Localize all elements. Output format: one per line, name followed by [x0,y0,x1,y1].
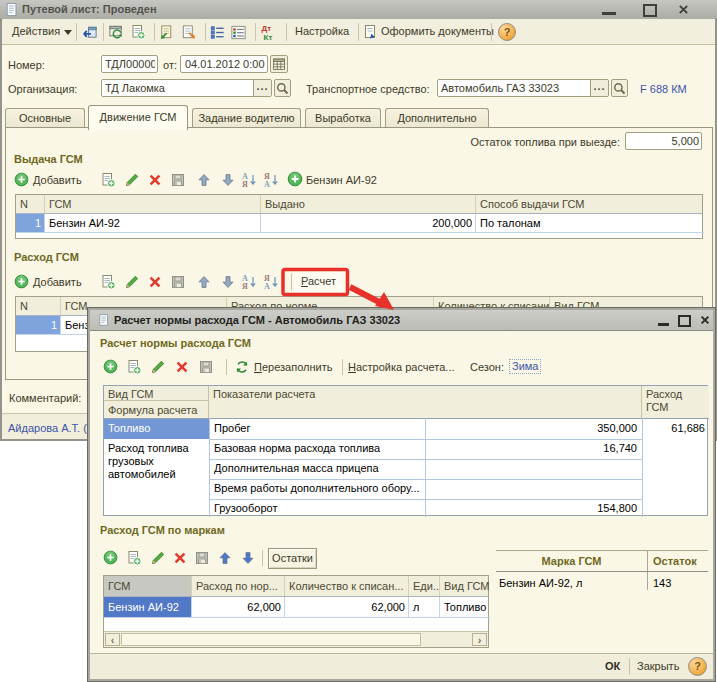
calendar-button[interactable] [270,55,288,73]
column-header[interactable]: Вид ГСМ [104,386,209,401]
indicator-label[interactable]: Время работы дополнительного обору... [210,479,425,499]
indicator-label[interactable]: Базовая норма расхода топлива [210,439,425,459]
total-cell[interactable]: 61,686 [643,419,709,439]
edit-icon[interactable] [124,274,140,290]
indicator-value[interactable]: 16,740 [425,439,641,459]
list-settings-icon[interactable] [230,24,247,41]
minimize-button[interactable] [658,320,669,326]
ok-button[interactable]: ОК [605,660,620,672]
move-up-icon[interactable] [196,274,212,290]
add-fuel-button[interactable]: Бензин АИ-92 [306,174,377,186]
column-header[interactable]: ГСМ [45,195,261,213]
column-header[interactable]: Количество к списан... [285,576,409,596]
add-icon[interactable] [103,359,118,374]
save-icon[interactable] [198,359,214,375]
add-icon[interactable] [14,274,29,289]
list-icon[interactable] [209,24,226,41]
column-header[interactable]: Расход по нор... [192,576,285,596]
delete-icon[interactable] [172,550,188,566]
save-icon[interactable] [170,274,186,290]
vehicle-info-link[interactable]: F 688 КМ [640,83,687,95]
delete-icon[interactable] [174,359,190,375]
document-moves-icon[interactable] [180,24,197,41]
move-down-icon[interactable] [240,550,256,566]
copy-icon[interactable] [100,172,116,188]
indicator-value[interactable]: 350,000 [425,419,641,439]
help-icon[interactable]: ? [498,23,516,41]
column-header[interactable]: Выдано [261,195,476,213]
based-on-icon[interactable] [158,24,175,41]
table-row[interactable]: 1 Бензин АИ-92 200,000 По талонам [16,214,702,233]
help-icon[interactable]: ? [688,657,707,676]
fuel-balance-input[interactable]: 5,000 [625,132,702,150]
calc-settings-button[interactable]: Настройка расчета... [348,361,455,373]
refill-button[interactable]: Перезаполнить [254,361,332,373]
column-header[interactable]: Способ выдачи ГСМ [476,195,704,213]
add-icon[interactable] [14,172,29,187]
actions-menu[interactable]: Действия [12,25,60,37]
copy-icon[interactable] [126,550,142,566]
page-add-icon[interactable] [130,24,146,40]
date-input[interactable]: 04.01.2012 0:00 [180,55,268,73]
responsible-link[interactable]: Айдарова А.Т. ( [8,422,87,434]
vehicle-open-button[interactable] [611,79,628,97]
move-up-icon[interactable] [217,550,233,566]
calc-table[interactable]: Вид ГСМ Формула расчета Показатели расче… [103,385,708,516]
maximize-button[interactable] [678,315,691,327]
column-header[interactable]: Расход ГСМ [642,386,709,418]
horizontal-scrollbar[interactable]: ‹ › [104,631,488,647]
column-header[interactable]: Показатели расчета [209,386,642,418]
refresh-icon[interactable] [234,359,250,375]
dtkt-icon[interactable] [260,23,278,41]
edit-icon[interactable] [150,359,166,375]
season-value-link[interactable]: Зима [509,359,541,374]
sort-asc-icon[interactable] [241,171,257,188]
edit-icon[interactable] [124,172,140,188]
move-up-icon[interactable] [196,172,212,188]
table-row[interactable]: Бензин АИ-92 62,000 62,000 л Топливо [104,597,488,618]
make-documents-button[interactable]: Оформить документы [381,25,494,37]
close-icon[interactable] [699,314,711,326]
sort-desc-icon[interactable] [263,273,279,290]
number-input[interactable]: ТДЛ000001 [101,55,158,73]
minimize-button[interactable] [602,9,616,15]
column-header[interactable]: Формула расчета [104,401,209,418]
add-button[interactable]: Добавить [33,174,82,186]
move-down-icon[interactable] [220,172,236,188]
window-refresh-icon[interactable] [108,24,125,41]
column-header[interactable]: Еди... [409,576,440,596]
indicator-value[interactable] [425,459,641,479]
scrollbar-thumb[interactable] [121,633,421,646]
column-header[interactable]: N [16,195,45,213]
close-icon[interactable] [677,3,690,16]
sort-desc-icon[interactable] [263,171,279,188]
organization-input[interactable]: ТД Лакомка ... [101,79,272,97]
edit-icon[interactable] [150,550,166,566]
column-header[interactable]: ГСМ [104,576,192,596]
organization-select-button[interactable]: ... [253,80,271,96]
indicator-value[interactable]: 154,800 [425,499,641,517]
vehicle-select-button[interactable]: ... [590,80,608,96]
indicator-label[interactable]: Пробег [210,419,425,439]
formula-cell[interactable]: Расход топлива грузовых автомобилей [104,439,209,517]
issue-table[interactable]: N ГСМ Выдано Способ выдачи ГСМ 1 Бензин … [15,194,703,239]
add-icon[interactable] [287,171,303,187]
organization-open-button[interactable] [274,79,291,97]
column-header[interactable]: Вид ГСМ [440,576,490,596]
move-down-icon[interactable] [220,274,236,290]
save-icon[interactable] [170,172,186,188]
tab-fuel-movement[interactable]: Движение ГСМ [88,105,188,130]
copy-icon[interactable] [126,359,142,375]
indicator-label[interactable]: Дополнительная масса прицепа [210,459,425,479]
scroll-right-button[interactable]: › [472,633,487,646]
settings-button[interactable]: Настройка [295,25,349,37]
balances-button[interactable]: Остатки [268,548,317,569]
delete-icon[interactable] [147,274,163,290]
indicator-value[interactable] [425,479,641,499]
copy-icon[interactable] [100,274,116,290]
add-icon[interactable] [103,550,118,565]
vehicle-input[interactable]: Автомобиль ГАЗ 33023 ... [437,79,609,97]
sort-asc-icon[interactable] [241,273,257,290]
add-button[interactable]: Добавить [33,276,82,288]
scroll-left-button[interactable]: ‹ [105,633,120,646]
